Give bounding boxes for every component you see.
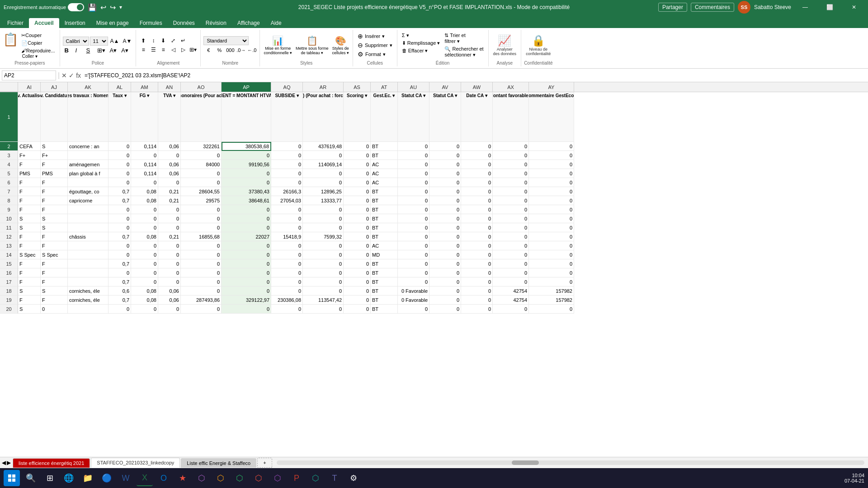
cell-11-AV[interactable]: 0 — [429, 223, 461, 232]
cell-6-AY[interactable]: 0 — [529, 178, 574, 187]
cell-11-AK[interactable] — [68, 223, 108, 232]
insert-function-icon[interactable]: fx — [76, 72, 81, 79]
row-num-13[interactable]: 13 — [0, 241, 18, 250]
cell-20-AW[interactable]: 0 — [461, 305, 493, 314]
cell-4-AR[interactable]: 114069,14 — [303, 160, 344, 169]
cell-20-AP[interactable]: 0 — [222, 305, 271, 314]
cell-12-AM[interactable]: 0,08 — [131, 232, 158, 241]
cell-16-AR[interactable]: 0 — [303, 268, 344, 277]
row-num-8[interactable]: 8 — [0, 196, 18, 205]
cell-11-AJ[interactable]: S — [41, 223, 68, 232]
cell-5-AX[interactable]: 0 — [493, 169, 529, 178]
taskbar-extra5[interactable]: ⬡ — [250, 470, 267, 486]
row-num-2[interactable]: 2 — [0, 142, 18, 151]
cell-14-AM[interactable]: 0 — [131, 250, 158, 259]
cell-15-AW[interactable]: 0 — [461, 259, 493, 268]
cell-9-AL[interactable]: 0 — [108, 205, 131, 214]
cell-2-AR[interactable]: 437619,48 — [303, 142, 344, 151]
cell-5-AO[interactable]: 0 — [181, 169, 222, 178]
cell-10-AQ[interactable]: 0 — [271, 214, 303, 223]
cell-7-AT[interactable]: BT — [371, 187, 398, 196]
cell-17-AW[interactable]: 0 — [461, 277, 493, 286]
cell-13-AT[interactable]: AC — [371, 241, 398, 250]
cell-16-AS[interactable]: 0 — [344, 268, 371, 277]
cell-15-AN[interactable]: 0 — [158, 259, 181, 268]
cell-1-AU[interactable]: Statut CA ▾ — [398, 92, 429, 142]
cell-19-AR[interactable]: 113547,42 — [303, 296, 344, 305]
format-painter-button[interactable]: 🖌 Reproduire... — [19, 47, 57, 54]
user-avatar[interactable]: SS — [738, 1, 750, 14]
cell-4-AN[interactable]: 0,06 — [158, 160, 181, 169]
cell-10-AL[interactable]: 0 — [108, 214, 131, 223]
cell-11-AP[interactable]: 0 — [222, 223, 271, 232]
cell-7-AJ[interactable]: F — [41, 187, 68, 196]
cell-4-AY[interactable]: 0 — [529, 160, 574, 169]
cell-1-AP[interactable]: INVESTISSEMENT = MONTANT HTVA + TVA + FG… — [222, 92, 271, 142]
cell-4-AI[interactable]: F — [18, 160, 41, 169]
cell-2-AK[interactable]: concerne : an — [68, 142, 108, 151]
wrap-text-button[interactable]: ↵ — [179, 37, 188, 45]
cell-18-AR[interactable]: 0 — [303, 286, 344, 296]
cell-14-AN[interactable]: 0 — [158, 250, 181, 259]
col-header-AM[interactable]: AM — [131, 82, 158, 92]
cell-10-AS[interactable]: 0 — [344, 214, 371, 223]
row-num-16[interactable]: 16 — [0, 268, 18, 277]
cell-14-AP[interactable]: 0 — [222, 250, 271, 259]
cell-6-AW[interactable]: 0 — [461, 178, 493, 187]
cell-2-AY[interactable]: 0 — [529, 142, 574, 151]
cell-17-AO[interactable]: 0 — [181, 277, 222, 286]
decrease-indent-button[interactable]: ◁ — [169, 46, 178, 54]
autosave-toggle[interactable] — [68, 3, 84, 11]
cell-20-AR[interactable]: 0 — [303, 305, 344, 314]
text-direction-button[interactable]: ⤢ — [169, 37, 178, 45]
decimal-decrease-button[interactable]: ←.0 — [247, 46, 257, 54]
cell-5-AS[interactable]: 0 — [344, 169, 371, 178]
cell-15-AM[interactable]: 0 — [131, 259, 158, 268]
cell-1-AO[interactable]: Montant hors TVA et hors honoraires (Pou… — [181, 92, 222, 142]
cell-20-AX[interactable]: 0 — [493, 305, 529, 314]
cell-7-AW[interactable]: 0 — [461, 187, 493, 196]
cell-14-AL[interactable]: 0 — [108, 250, 131, 259]
cell-18-AL[interactable]: 0,6 — [108, 286, 131, 296]
cell-7-AQ[interactable]: 26166,3 — [271, 187, 303, 196]
cell-6-AL[interactable]: 0 — [108, 178, 131, 187]
cell-18-AW[interactable]: 0 — [461, 286, 493, 296]
cell-19-AJ[interactable]: F — [41, 296, 68, 305]
cell-6-AJ[interactable]: F — [41, 178, 68, 187]
cell-13-AO[interactable]: 0 — [181, 241, 222, 250]
cell-3-AJ[interactable]: F+ — [41, 151, 68, 160]
cell-19-AP[interactable]: 329122,97 — [222, 296, 271, 305]
cell-7-AO[interactable]: 28604,55 — [181, 187, 222, 196]
restore-button[interactable]: ⬜ — [819, 0, 840, 14]
format-button[interactable]: ⚙ Format ▾ — [356, 50, 394, 58]
cell-3-AL[interactable]: 0 — [108, 151, 131, 160]
cell-1-AS[interactable]: Scoring ▾ — [344, 92, 371, 142]
cell-15-AX[interactable]: 0 — [493, 259, 529, 268]
cell-7-AK[interactable]: égouttage, co — [68, 187, 108, 196]
confidentiality-button[interactable]: 🔒 Niveau deconfidentialité — [524, 33, 552, 57]
cell-17-AU[interactable]: 0 — [398, 277, 429, 286]
cell-18-AV[interactable]: 0 — [429, 286, 461, 296]
cell-6-AX[interactable]: 0 — [493, 178, 529, 187]
cell-3-AU[interactable]: 0 — [398, 151, 429, 160]
undo-icon[interactable]: ↩ — [100, 3, 106, 12]
cell-6-AT[interactable]: AC — [371, 178, 398, 187]
cell-12-AV[interactable]: 0 — [429, 232, 461, 241]
cell-11-AI[interactable]: S — [18, 223, 41, 232]
col-header-AQ[interactable]: AQ — [271, 82, 303, 92]
cell-6-AR[interactable]: 0 — [303, 178, 344, 187]
cell-17-AY[interactable]: 0 — [529, 277, 574, 286]
cell-5-AL[interactable]: 0 — [108, 169, 131, 178]
cell-17-AL[interactable]: 0,7 — [108, 277, 131, 286]
cell-2-AJ[interactable]: S — [41, 142, 68, 151]
cell-17-AP[interactable]: 0 — [222, 277, 271, 286]
cell-17-AT[interactable]: BT — [371, 277, 398, 286]
cell-12-AO[interactable]: 16855,68 — [181, 232, 222, 241]
cell-16-AU[interactable]: 0 — [398, 268, 429, 277]
row-num-18[interactable]: 18 — [0, 286, 18, 296]
col-header-AP[interactable]: AP — [222, 82, 271, 92]
conditional-format-button[interactable]: 📊 Mise en formeconditionnelle ▾ — [263, 34, 293, 56]
cell-4-AM[interactable]: 0,114 — [131, 160, 158, 169]
cell-4-AS[interactable]: 0 — [344, 160, 371, 169]
cell-9-AI[interactable]: F — [18, 205, 41, 214]
